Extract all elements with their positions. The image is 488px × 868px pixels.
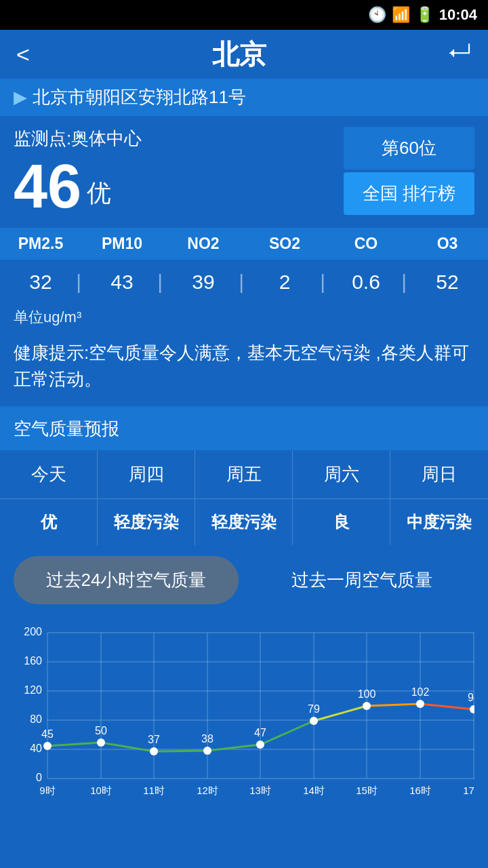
page-title: 北京: [212, 36, 266, 73]
pollutant-pm10-value: 43: [81, 271, 163, 294]
svg-text:79: 79: [308, 703, 320, 715]
pollutant-co-value: 0.6: [325, 271, 407, 294]
pollutant-pm25-label: PM2.5: [0, 235, 81, 253]
svg-text:80: 80: [30, 713, 42, 725]
svg-text:47: 47: [254, 727, 266, 738]
aqi-row: 46 优: [14, 156, 142, 217]
pollutant-o3-label: O3: [407, 235, 488, 253]
forecast-q-0: 优: [0, 499, 98, 545]
pollutant-header: PM2.5 PM10 NO2 SO2 CO O3: [0, 228, 488, 260]
svg-text:10时: 10时: [90, 785, 112, 796]
forecast-q-4: 中度污染: [390, 499, 488, 545]
status-time: 10:04: [439, 6, 477, 24]
svg-text:16时: 16时: [409, 785, 431, 796]
svg-point-38: [310, 717, 318, 725]
ranking-list-button[interactable]: 全国 排行榜: [344, 172, 474, 215]
svg-text:11时: 11时: [143, 785, 165, 796]
pollutant-pm10-label: PM10: [81, 235, 163, 253]
rank-position-button[interactable]: 第60位: [344, 127, 474, 170]
svg-text:45: 45: [41, 728, 54, 740]
forecast-q-2: 轻度污染: [195, 499, 293, 545]
svg-text:40: 40: [30, 743, 42, 754]
svg-point-41: [470, 705, 474, 713]
svg-text:100: 100: [358, 688, 376, 700]
back-button[interactable]: <: [16, 41, 30, 68]
pollutant-so2-label: SO2: [244, 235, 325, 253]
svg-line-31: [367, 704, 420, 706]
svg-text:0: 0: [36, 772, 42, 783]
location-bar: ▶ 北京市朝阳区安翔北路11号: [0, 79, 488, 116]
svg-point-33: [43, 742, 52, 750]
forecast-day-1: 周四: [98, 450, 195, 498]
svg-text:15时: 15时: [356, 785, 378, 796]
forecast-day-4: 周日: [390, 450, 488, 498]
forecast-q-1: 轻度污染: [98, 499, 195, 545]
svg-text:200: 200: [24, 626, 42, 637]
svg-text:13时: 13时: [249, 785, 271, 796]
svg-point-39: [363, 702, 371, 710]
unit-row: 单位ug/m³: [0, 304, 488, 333]
location-icon: ▶: [14, 87, 27, 108]
24h-toggle-button[interactable]: 过去24小时空气质量: [14, 556, 239, 604]
forecast-q-3: 良: [293, 499, 390, 545]
battery-icon: 🔋: [415, 6, 434, 24]
svg-text:160: 160: [24, 655, 42, 667]
svg-text:94: 94: [468, 692, 474, 703]
svg-point-35: [150, 747, 158, 755]
weekly-toggle-button[interactable]: 过去一周空气质量: [249, 556, 474, 604]
forecast-day-3: 周六: [293, 450, 390, 498]
pollutant-no2-label: NO2: [163, 235, 244, 253]
unit-label: 单位ug/m³: [14, 309, 81, 326]
svg-point-37: [256, 741, 264, 749]
forecast-day-0: 今天: [0, 450, 98, 498]
pollutant-so2-value: 2: [244, 271, 325, 294]
share-button[interactable]: ⮠: [449, 41, 472, 68]
svg-text:14时: 14时: [303, 785, 325, 796]
forecast-day-2: 周五: [195, 450, 293, 498]
signal-icon: 📶: [392, 6, 410, 24]
location-address: 北京市朝阳区安翔北路11号: [33, 85, 246, 109]
clock-icon: 🕙: [368, 6, 386, 24]
pollutant-co-label: CO: [325, 235, 407, 253]
right-buttons: 第60位 全国 排行榜: [344, 127, 474, 215]
main-info: 监测点:奥体中心 46 优 第60位 全国 排行榜: [0, 116, 488, 228]
pollutant-no2-value: 39: [163, 271, 244, 294]
svg-text:12时: 12时: [197, 785, 218, 796]
svg-point-34: [97, 738, 105, 747]
svg-text:38: 38: [201, 733, 214, 745]
forecast-quality: 优 轻度污染 轻度污染 良 中度污染: [0, 499, 488, 545]
forecast-header: 空气质量预报: [0, 408, 488, 450]
svg-text:102: 102: [411, 686, 430, 698]
forecast-title: 空气质量预报: [14, 418, 119, 439]
chart-container: 200 160 120 80 40 0 9时 10时 11时 12时 13时 1…: [0, 615, 488, 839]
station-label: 监测点:奥体中心: [14, 127, 142, 151]
svg-text:37: 37: [148, 734, 160, 745]
svg-text:17时: 17时: [463, 785, 474, 796]
top-nav: < 北京 ⮠: [0, 30, 488, 79]
health-tip: 健康提示:空气质量令人满意，基本无空气污染 ,各类人群可正常活动。: [0, 333, 488, 406]
forecast-days: 今天 周四 周五 周六 周日: [0, 450, 488, 499]
svg-text:9时: 9时: [39, 785, 55, 796]
aqi-quality: 优: [87, 177, 111, 210]
health-tip-text: 健康提示:空气质量令人满意，基本无空气污染 ,各类人群可正常活动。: [14, 342, 469, 389]
left-info: 监测点:奥体中心 46 优: [14, 127, 142, 217]
air-quality-chart: 200 160 120 80 40 0 9时 10时 11时 12时 13时 1…: [14, 626, 474, 816]
svg-text:50: 50: [95, 725, 107, 736]
svg-text:120: 120: [24, 684, 42, 696]
toggle-row: 过去24小时空气质量 过去一周空气质量: [0, 545, 488, 615]
pollutant-o3-value: 52: [407, 271, 488, 294]
status-bar: 🕙 📶 🔋 10:04: [0, 0, 488, 30]
aqi-number: 46: [14, 156, 81, 217]
svg-line-32: [420, 704, 474, 709]
pollutant-values: 32 43 39 2 0.6 52: [0, 260, 488, 304]
svg-point-40: [416, 700, 424, 708]
svg-point-36: [203, 747, 211, 755]
pollutant-pm25-value: 32: [0, 271, 81, 294]
svg-line-30: [314, 706, 367, 721]
